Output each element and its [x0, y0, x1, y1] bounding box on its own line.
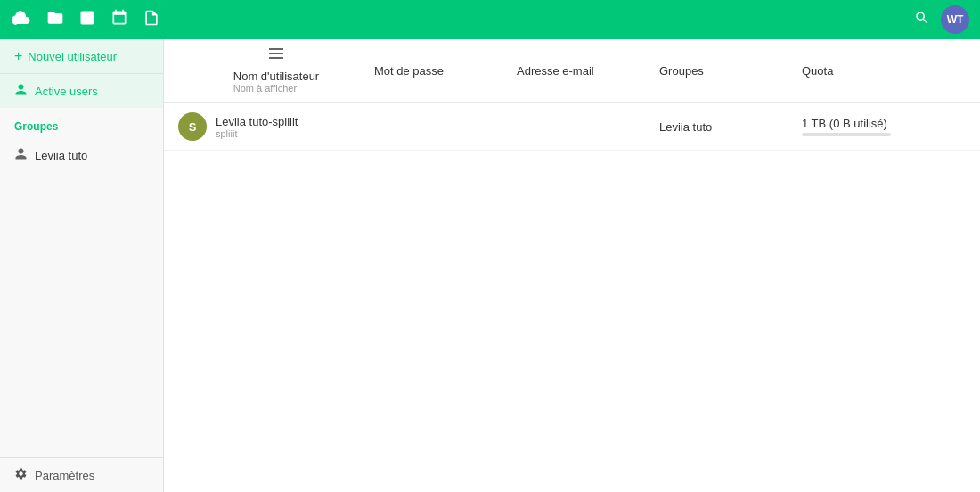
password-column-header: Mot de passe	[374, 48, 517, 94]
logo-icon[interactable]	[11, 7, 32, 33]
table-row: S Leviia tuto-spliiit spliiit Leviia tut…	[164, 103, 980, 151]
search-icon[interactable]	[914, 10, 930, 30]
calendar-icon[interactable]	[110, 9, 128, 31]
groups-cell: Leviia tuto	[659, 120, 802, 134]
username-col-label: Nom d'utilisateur	[233, 70, 319, 83]
new-user-label: Nouvel utilisateur	[28, 50, 117, 63]
main-layout: + Nouvel utilisateur Active users Groupe…	[0, 39, 980, 492]
groupes-section-label: Groupes	[0, 108, 163, 138]
settings-icon	[14, 467, 28, 483]
sidebar-item-parametres[interactable]: Paramètres	[0, 458, 163, 492]
email-column-header: Adresse e-mail	[517, 48, 659, 94]
display-name-value: spliiit	[216, 128, 298, 139]
document-icon[interactable]	[143, 9, 160, 31]
sidebar: + Nouvel utilisateur Active users Groupe…	[0, 39, 164, 492]
group-icon	[14, 147, 28, 163]
leviia-tuto-label: Leviia tuto	[35, 149, 87, 162]
content-area: Nom d'utilisateur Nom à afficher Mot de …	[164, 39, 980, 492]
username-column-header: Nom d'utilisateur Nom à afficher	[178, 48, 374, 94]
sidebar-item-active-users[interactable]: Active users	[0, 74, 163, 108]
quota-cell: 1 TB (0 B utilisé)	[802, 117, 980, 136]
person-icon	[14, 83, 28, 99]
table-header: Nom d'utilisateur Nom à afficher Mot de …	[164, 39, 980, 103]
sidebar-item-leviia-tuto[interactable]: Leviia tuto	[0, 138, 163, 172]
quota-value: 1 TB (0 B utilisé)	[802, 117, 980, 130]
topbar: WT	[0, 0, 980, 39]
active-users-label: Active users	[35, 85, 98, 98]
new-user-button[interactable]: + Nouvel utilisateur	[0, 39, 163, 74]
image-icon[interactable]	[78, 9, 96, 31]
plus-icon: +	[14, 48, 22, 64]
user-avatar: S	[178, 112, 207, 141]
groups-column-header: Groupes	[659, 48, 802, 94]
displayname-col-label: Nom à afficher	[233, 83, 319, 94]
quota-bar	[802, 133, 891, 136]
quota-column-header: Quota	[802, 48, 980, 94]
topbar-right: WT	[914, 5, 969, 34]
user-names: Leviia tuto-spliiit spliiit	[216, 115, 298, 139]
topbar-nav-icons	[46, 9, 914, 31]
username-value: Leviia tuto-spliiit	[216, 115, 298, 128]
hamburger-icon[interactable]	[269, 48, 283, 59]
avatar[interactable]: WT	[941, 5, 969, 34]
sidebar-bottom: Paramètres	[0, 457, 163, 492]
folder-icon[interactable]	[46, 9, 64, 31]
user-cell: S Leviia tuto-spliiit spliiit	[178, 112, 374, 141]
parametres-label: Paramètres	[35, 469, 94, 482]
